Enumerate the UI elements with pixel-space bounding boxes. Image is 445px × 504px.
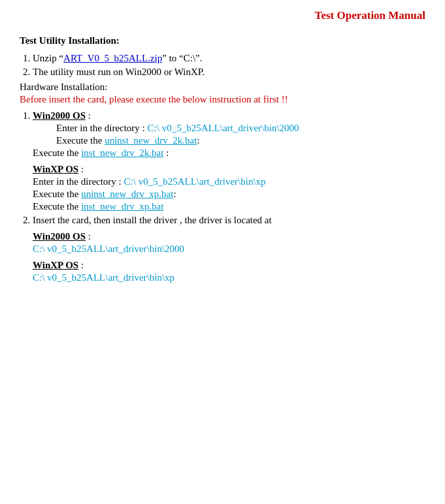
win-versions-text: The utility must run on Win2000 or WinXP… xyxy=(33,67,205,77)
s2-winxp-colon: : xyxy=(78,260,84,270)
exec-suffix-2: : xyxy=(163,148,169,158)
section-heading: Test Utility Installation: xyxy=(20,35,425,46)
insert-card-text: Insert the card, then install the driver… xyxy=(33,215,272,225)
winxp-section: WinXP OS : Enter in the directory : C:\ … xyxy=(33,161,425,212)
os-list: Win2000 OS : Enter in the directory : C:… xyxy=(20,108,425,283)
dir-prefix-1: Enter in the directory : xyxy=(56,123,148,133)
win2000-inst-line: Execute the inst_new_drv_2k.bat : xyxy=(33,148,425,159)
hardware-heading: Hardware Installation: xyxy=(20,82,425,93)
exec-prefix-1: Execute the xyxy=(56,135,105,146)
s2-winxp-path-line: C:\ v0_5_b25ALL\art_driver\bin\xp xyxy=(33,272,425,283)
os-list-item-2: Insert the card, then install the driver… xyxy=(33,215,425,283)
zip-link[interactable]: ART_V0_5_b25ALL.zip xyxy=(63,53,162,63)
exec-suffix-3: : xyxy=(173,189,176,199)
winxp-colon: : xyxy=(78,164,84,174)
win2000-heading: Win2000 OS xyxy=(33,110,86,121)
s2-win2000-heading: Win2000 OS xyxy=(33,231,86,242)
winxp-dir-line: Enter in the directory : C:\ v0_5_b25ALL… xyxy=(33,176,425,187)
s2-winxp-heading: WinXP OS xyxy=(33,260,78,271)
section2-winxp: WinXP OS : C:\ v0_5_b25ALL\art_driver\bi… xyxy=(33,257,425,283)
winxp-inst-line: Execute the inst_new_drv_xp.bat xyxy=(33,201,425,212)
list-item-2: The utility must run on Win2000 or WinXP… xyxy=(33,67,425,78)
winxp-path: C:\ v0_5_b25ALL\art_driver\bin\xp xyxy=(124,176,266,187)
inst-xp-link[interactable]: inst_new_drv_xp.bat xyxy=(81,201,163,212)
dir-prefix-2: Enter in the directory : xyxy=(33,176,124,187)
page-title: Test Operation Manual xyxy=(20,7,425,22)
win2000-section: Win2000 OS : Enter in the directory : C:… xyxy=(33,108,425,159)
win2000-colon: : xyxy=(86,110,91,121)
warning-text: Before insert the card, please execute t… xyxy=(20,94,425,105)
section2-win2000: Win2000 OS : C:\ v0_5_b25ALL\art_driver\… xyxy=(33,228,425,255)
win2000-path: C:\ v0_5_b25ALL\art_driver\bin\2000 xyxy=(148,123,299,133)
os-list-item-1: Win2000 OS : Enter in the directory : C:… xyxy=(33,108,425,212)
s2-win2000-path-line: C:\ v0_5_b25ALL\art_driver\bin\2000 xyxy=(33,244,425,255)
exec-prefix-3: Execute the xyxy=(33,189,81,199)
exec-prefix-2: Execute the xyxy=(33,148,81,158)
exec-prefix-4: Execute the xyxy=(33,201,81,212)
winxp-heading: WinXP OS xyxy=(33,164,78,175)
unzip-text-after: ” to “C:\”. xyxy=(162,53,202,63)
exec-suffix-1: : xyxy=(197,135,199,146)
win2000-dir-line: Enter in the directory : C:\ v0_5_b25ALL… xyxy=(33,123,425,134)
s2-winxp-path: C:\ v0_5_b25ALL\art_driver\bin\xp xyxy=(33,272,174,283)
unzip-text-before: Unzip “ xyxy=(33,53,63,63)
main-list: Unzip “ART_V0_5_b25ALL.zip” to “C:\”. Th… xyxy=(20,53,425,78)
uninst-xp-link[interactable]: uninst_new_drv_xp.bat xyxy=(81,189,173,199)
win2000-uninst-line: Execute the uninst_new_drv_2k.bat: xyxy=(33,135,425,146)
list-item-1: Unzip “ART_V0_5_b25ALL.zip” to “C:\”. xyxy=(33,53,425,64)
winxp-uninst-line: Execute the uninst_new_drv_xp.bat: xyxy=(33,189,425,200)
inst-2k-link[interactable]: inst_new_drv_2k.bat xyxy=(81,148,163,158)
uninst-2k-link[interactable]: uninst_new_drv_2k.bat xyxy=(105,135,197,146)
s2-win2000-path: C:\ v0_5_b25ALL\art_driver\bin\2000 xyxy=(33,244,184,254)
s2-win2000-colon: : xyxy=(86,231,91,242)
